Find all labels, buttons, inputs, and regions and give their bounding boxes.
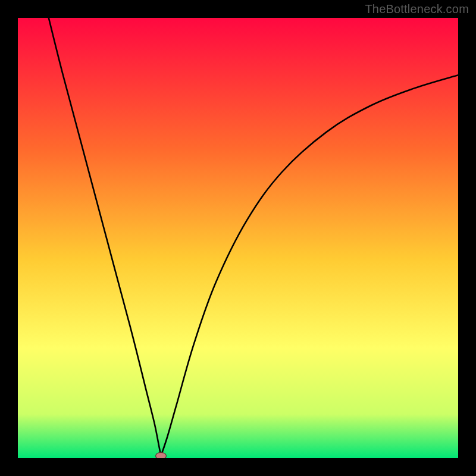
chart-svg	[18, 18, 458, 458]
chart-stage: TheBottleneck.com	[0, 0, 476, 476]
gradient-background	[18, 18, 458, 458]
minimum-marker	[156, 452, 167, 458]
plot-area	[18, 18, 458, 458]
watermark-text: TheBottleneck.com	[365, 2, 469, 16]
